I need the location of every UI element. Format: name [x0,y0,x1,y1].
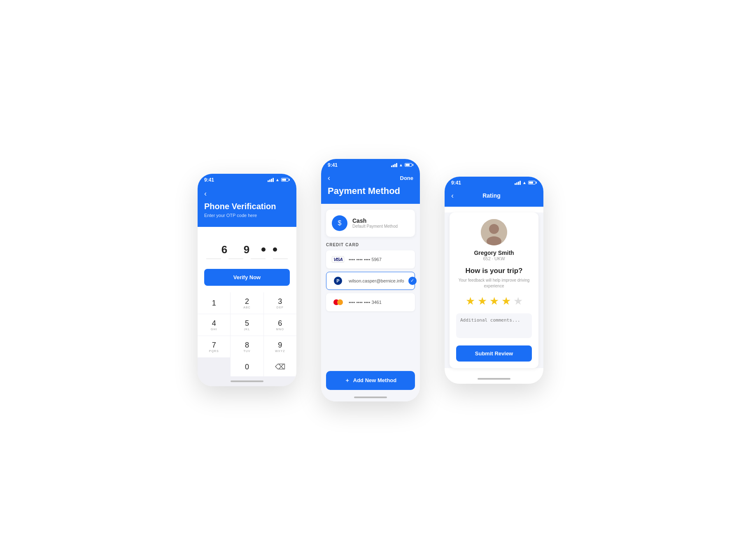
back-button-2[interactable]: ‹ [328,174,330,182]
dollar-icon: $ [338,219,342,227]
status-icons-3: ▲ [515,180,537,185]
driver-name: Gregory Smith [456,250,532,256]
submit-review-button[interactable]: Submit Review [456,345,532,362]
add-method-button[interactable]: ＋ Add New Method [326,371,415,390]
star-rating: ★ ★ ★ ★ ★ [456,295,532,308]
phone3-bottom [445,374,543,384]
paypal-card-item[interactable]: P wilson.casper@bernice.info ✓ [326,272,415,290]
phone1-bottom [198,376,296,386]
otp-digit-2: 9 [239,243,254,256]
battery-icon [281,178,290,182]
credit-card-section-label: CREDIT CARD [326,243,415,247]
paypal-logo: P [334,277,342,285]
mastercard-brand [331,298,345,306]
phone-rating: 9:41 ▲ ‹ Rating [445,177,543,384]
status-bar-3: 9:41 ▲ [445,177,543,188]
numpad-4[interactable]: 4 GHI [198,314,230,336]
rating-title: Rating [454,192,529,199]
otp-display: 6 9 [204,243,290,256]
back-button-1[interactable]: ‹ [204,189,290,198]
status-time-3: 9:41 [451,180,461,186]
phone2-header: ‹ Done Payment Method [321,170,420,204]
driver-id: 652 · UKW [456,256,532,261]
rating-description: Your feedback will help improve driving … [456,278,532,289]
signal-icon-3 [515,181,521,185]
paypal-email: wilson.casper@bernice.info [349,278,404,283]
visa-logo: VISA [332,256,344,263]
check-icon: ✓ [410,278,414,283]
selected-check: ✓ [408,277,417,285]
otp-line-1 [206,259,221,259]
numpad-2[interactable]: 2 ABC [231,292,263,314]
svg-point-1 [489,224,499,234]
otp-line-2 [228,259,243,259]
otp-dot-2 [273,247,277,252]
page-title-2: Payment Method [328,186,413,196]
otp-dot-1 [261,247,266,252]
numpad-6[interactable]: 6 MNO [264,314,296,336]
otp-underlines [204,259,290,259]
numpad-bottom-row: 0 ⌫ [198,357,296,376]
home-indicator-1 [231,380,263,382]
star-5[interactable]: ★ [513,295,523,308]
otp-line-4 [273,259,288,259]
status-bar-1: 9:41 ▲ [198,174,296,185]
numpad-delete[interactable]: ⌫ [264,357,296,376]
page-subtitle-1: Enter your OTP code here [204,213,290,218]
rating-question: How is your trip? [456,267,532,275]
comment-input[interactable] [456,313,532,338]
cash-icon: $ [332,215,347,231]
numpad-5[interactable]: 5 JKL [231,314,263,336]
mastercard-item[interactable]: •••• •••• •••• 3461 [326,293,415,311]
status-bar-2: 9:41 ▲ [321,159,420,170]
status-time-1: 9:41 [204,177,214,183]
cash-sublabel: Default Payment Method [352,224,398,229]
phone2-top-nav: ‹ Done [328,174,413,182]
page-title-1: Phone Verification [204,201,290,211]
star-4[interactable]: ★ [501,295,511,308]
numpad-8[interactable]: 8 TUV [231,336,263,357]
mastercard-number: •••• •••• •••• 3461 [349,300,410,305]
cash-payment-card[interactable]: $ Cash Default Payment Method [326,210,415,237]
otp-digit-1: 6 [217,243,232,256]
phone2-bottom [321,397,420,398]
phone3-body: Gregory Smith 652 · UKW How is your trip… [445,212,543,368]
wifi-icon-2: ▲ [399,163,403,167]
status-icons-1: ▲ [268,177,290,182]
add-method-label: Add New Method [353,377,396,383]
signal-icon-2 [391,163,397,167]
battery-icon-3 [528,181,537,184]
numpad-9[interactable]: 9 WXYZ [264,336,296,357]
mc-orange [337,299,343,305]
visa-card-item[interactable]: VISA •••• •••• •••• 5967 [326,250,415,268]
status-icons-2: ▲ [391,163,413,167]
phone-verification: 9:41 ▲ ‹ Phone Verification Enter your O… [198,174,296,387]
numpad-1[interactable]: 1 [198,292,230,314]
phone-payment: 9:41 ▲ ‹ Done Payment [321,159,420,401]
numpad-empty [198,357,230,376]
numpad-0[interactable]: 0 [231,357,263,376]
star-3[interactable]: ★ [489,295,499,308]
delete-icon: ⌫ [275,362,285,371]
plus-icon: ＋ [345,377,350,384]
done-button[interactable]: Done [400,175,414,181]
phone3-top-nav: ‹ Rating [451,191,537,200]
otp-line-3 [251,259,266,259]
numpad-7[interactable]: 7 PQRS [198,336,230,357]
star-1[interactable]: ★ [466,295,475,308]
rating-card: Gregory Smith 652 · UKW How is your trip… [450,212,538,368]
visa-brand: VISA [331,255,345,264]
cash-label: Cash [352,217,398,224]
screens-container: 9:41 ▲ ‹ Phone Verification Enter your O… [165,126,576,434]
star-2[interactable]: ★ [478,295,487,308]
wifi-icon-3: ▲ [522,180,527,185]
home-indicator-3 [478,378,510,380]
status-time-2: 9:41 [328,162,338,168]
numpad: 1 2 ABC 3 DEF 4 GHI 5 JKL 6 MNO [198,292,296,357]
numpad-3[interactable]: 3 DEF [264,292,296,314]
battery-icon-2 [405,163,413,167]
verify-button[interactable]: Verify Now [204,269,290,286]
phone1-header: ‹ Phone Verification Enter your OTP code… [198,185,296,227]
signal-icon [268,178,274,182]
wifi-icon: ▲ [275,177,280,182]
